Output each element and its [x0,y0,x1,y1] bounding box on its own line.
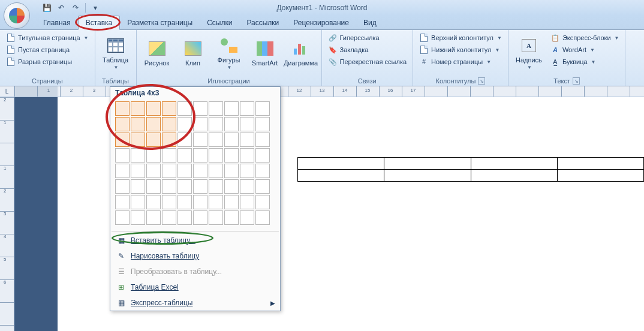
grid-cell[interactable] [146,148,161,163]
grid-cell[interactable] [131,164,145,178]
grid-cell[interactable] [193,210,207,225]
tab-home[interactable]: Главная [36,16,78,29]
grid-cell[interactable] [255,210,270,225]
grid-cell[interactable] [131,179,145,194]
grid-cell[interactable] [240,195,254,209]
grid-cell[interactable] [240,210,254,225]
grid-cell[interactable] [193,164,207,178]
undo-icon[interactable]: ↶ [55,2,67,14]
grid-cell[interactable] [240,117,254,131]
grid-cell[interactable] [177,195,192,209]
text-launcher[interactable]: ↘ [573,77,580,85]
tab-references[interactable]: Ссылки [200,16,239,29]
grid-cell[interactable] [177,148,192,163]
grid-cell[interactable] [240,164,254,178]
grid-cell[interactable] [193,133,207,147]
draw-table-item[interactable]: ✎ Нарисовать таблицу [110,248,280,264]
grid-cell[interactable] [255,195,270,209]
grid-cell[interactable] [115,117,130,131]
insert-table-item[interactable]: ▦ Вставить таблицу... [110,233,280,248]
grid-cell[interactable] [255,133,270,147]
grid-cell[interactable] [162,195,176,209]
grid-cell[interactable] [209,195,223,209]
grid-cell[interactable] [115,195,130,209]
grid-cell[interactable] [193,195,207,209]
grid-cell[interactable] [146,164,161,178]
office-button[interactable] [4,2,30,29]
grid-cell[interactable] [146,210,161,225]
tab-view[interactable]: Вид [356,16,384,29]
vertical-ruler[interactable]: 21123456 [0,97,14,331]
clip-button[interactable]: Клип [176,31,210,73]
grid-cell[interactable] [193,179,207,194]
grid-cell[interactable] [240,101,254,116]
grid-cell[interactable] [177,210,192,225]
grid-cell[interactable] [255,117,270,131]
grid-cell[interactable] [115,133,130,147]
grid-cell[interactable] [162,101,176,116]
picture-button[interactable]: Рисунок [140,31,174,73]
chart-button[interactable]: Диаграмма [284,31,318,73]
grid-cell[interactable] [255,164,270,178]
grid-cell[interactable] [240,179,254,194]
table-button[interactable]: Таблица ▼ [99,31,133,73]
grid-cell[interactable] [177,101,192,116]
grid-cell[interactable] [224,179,239,194]
grid-cell[interactable] [224,148,239,163]
grid-cell[interactable] [177,179,192,194]
grid-cell[interactable] [177,117,192,131]
grid-cell[interactable] [162,148,176,163]
grid-cell[interactable] [224,195,239,209]
grid-cell[interactable] [162,117,176,131]
wordart-button[interactable]: AWordArt▼ [548,44,622,55]
dropcap-button[interactable]: A̲Буквица▼ [548,56,622,67]
hyperlink-button[interactable]: 🔗Гиперссылка [326,32,410,43]
grid-cell[interactable] [209,101,223,116]
footer-button[interactable]: Нижний колонтитул▼ [417,44,504,55]
save-icon[interactable]: 💾 [41,2,53,14]
grid-cell[interactable] [193,117,207,131]
grid-cell[interactable] [209,179,223,194]
grid-cell[interactable] [146,101,161,116]
textbox-button[interactable]: AНадпись▼ [512,31,546,73]
grid-cell[interactable] [131,210,145,225]
grid-cell[interactable] [224,101,239,116]
grid-cell[interactable] [255,148,270,163]
grid-cell[interactable] [209,210,223,225]
excel-table-item[interactable]: ⊞ Таблица Excel [110,279,280,295]
tab-review[interactable]: Рецензирование [286,16,356,29]
document-table[interactable] [297,157,644,182]
grid-cell[interactable] [146,195,161,209]
grid-cell[interactable] [193,101,207,116]
grid-cell[interactable] [115,210,130,225]
grid-cell[interactable] [240,148,254,163]
page-break-button[interactable]: Разрыв страницы [4,56,91,67]
grid-cell[interactable] [224,210,239,225]
redo-icon[interactable]: ↷ [70,2,82,14]
hf-launcher[interactable]: ↘ [478,77,485,85]
grid-cell[interactable] [115,179,130,194]
grid-cell[interactable] [146,179,161,194]
grid-cell[interactable] [131,117,145,131]
grid-cell[interactable] [115,148,130,163]
grid-cell[interactable] [131,101,145,116]
grid-cell[interactable] [146,133,161,147]
grid-cell[interactable] [224,117,239,131]
grid-cell[interactable] [162,179,176,194]
grid-cell[interactable] [240,133,254,147]
grid-cell[interactable] [162,210,176,225]
table-size-grid[interactable] [115,101,275,225]
header-button[interactable]: Верхний колонтитул▼ [417,32,504,43]
grid-cell[interactable] [224,133,239,147]
blank-page-button[interactable]: Пустая страница [4,44,91,55]
shapes-button[interactable]: Фигуры▼ [212,31,246,73]
tab-page-layout[interactable]: Разметка страницы [120,16,200,29]
grid-cell[interactable] [162,133,176,147]
quick-tables-item[interactable]: ▦ Экспресс-таблицы ▶ [110,295,280,311]
grid-cell[interactable] [115,164,130,178]
grid-cell[interactable] [177,164,192,178]
grid-cell[interactable] [255,101,270,116]
tab-insert[interactable]: Вставка [78,16,121,30]
grid-cell[interactable] [115,101,130,116]
grid-cell[interactable] [131,148,145,163]
